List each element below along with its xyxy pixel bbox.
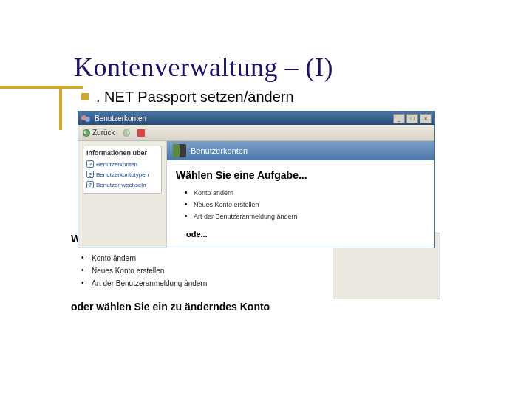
info-link[interactable]: ? Benutzer wechseln [86,180,158,190]
title-decor-h [0,86,83,89]
forward-icon [123,129,130,137]
help-icon: ? [86,181,94,188]
avatar-icon [173,144,186,157]
toolbar: Zurück [78,125,434,141]
task-item[interactable]: Neues Konto erstellen [185,199,426,211]
info-link-label: Benutzerkontotypen [96,171,149,178]
user-accounts-window: Benutzerkonten _ □ × Zurück Informatione… [78,111,435,248]
users-icon [81,114,92,123]
minimize-button[interactable]: _ [393,114,405,123]
help-icon: ? [86,160,94,168]
info-panel-header: Informationen über [86,149,158,157]
window-title: Benutzerkonten [95,115,146,123]
main-panel-title: Benutzerkonten [191,146,248,155]
forward-button[interactable] [123,129,130,137]
help-icon: ? [86,171,94,178]
info-link[interactable]: ? Benutzerkonten [86,159,158,169]
maximize-button[interactable]: □ [406,114,418,123]
back-button[interactable]: Zurück [83,129,115,137]
info-panel: Informationen über ? Benutzerkonten ? Be… [83,146,162,194]
task-list: Konto ändern Neues Konto erstellen Art d… [185,187,426,222]
titlebar[interactable]: Benutzerkonten _ □ × [78,112,434,125]
or-text: ode... [176,230,426,239]
minimize-icon: _ [398,115,400,122]
slide-title: Kontenverwaltung – (I) [74,52,333,83]
home-icon [137,129,145,137]
main-panel: Benutzerkonten Wählen Sie eine Aufgabe..… [167,141,434,248]
bullet-square [81,93,89,100]
info-link[interactable]: ? Benutzerkontotypen [86,169,158,180]
back-icon [83,129,90,137]
info-link-label: Benutzer wechseln [96,182,146,188]
back-label: Zurück [92,129,115,137]
main-panel-header: Benutzerkonten [167,141,434,160]
maximize-icon: □ [411,115,415,122]
task-item[interactable]: Konto ändern [185,187,426,199]
slide-subtitle: . NET Passport setzen/ändern [96,89,294,106]
task-heading: Wählen Sie eine Aufgabe... [176,169,426,181]
info-link-label: Benutzerkonten [96,161,137,168]
title-decor-v [59,86,62,130]
home-button[interactable] [137,129,145,137]
task-item[interactable]: Art der Benutzeranmeldung ändern [185,211,426,222]
close-button[interactable]: × [420,114,432,123]
left-panel: Informationen über ? Benutzerkonten ? Be… [78,141,167,248]
bg-or-text: oder wählen Sie ein zu änderndes Konto [71,300,430,313]
close-icon: × [424,115,428,122]
